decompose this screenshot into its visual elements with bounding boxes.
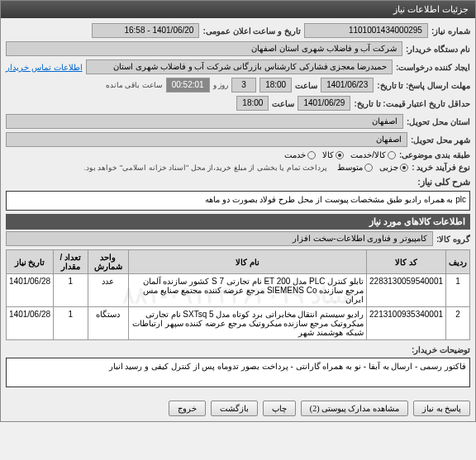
print-button[interactable]: چاپ <box>263 401 296 416</box>
category-label: طبقه بندی موضوعی: <box>399 150 470 159</box>
exit-button[interactable]: خروج <box>169 401 206 416</box>
days-and: روز و <box>213 81 229 89</box>
group-label: گروه کالا: <box>436 235 470 244</box>
time-label-1: ساعت <box>295 81 317 90</box>
titlebar: جزئیات اطلاعات نیاز <box>1 1 475 18</box>
items-section-header: اطلاعات کالاهای مورد نیاز <box>6 214 470 230</box>
need-number: 1101001434000295 <box>304 23 428 38</box>
buyer-notes-box: فاکتور رسمی - ارسال به آبفا - نو به همرا… <box>6 358 470 387</box>
col-unit: واحد شمارش <box>88 250 129 274</box>
radio-medium[interactable] <box>364 164 373 172</box>
need-number-label: شماره نیاز: <box>431 26 470 36</box>
table-row: 1 2283130059540001 تابلو کنترل PLC مدل E… <box>7 274 470 307</box>
respond-button[interactable]: پاسخ به نیاز <box>413 401 470 416</box>
need-details-window: جزئیات اطلاعات نیاز شماره نیاز: 11010014… <box>0 0 476 422</box>
buyer-org-label: نام دستگاه خریدار: <box>406 45 470 54</box>
deadline-time: 18:00 <box>259 78 292 92</box>
col-name: نام کالا <box>129 250 367 274</box>
payment-note: پرداخت تمام یا بخشی از مبلغ خرید،از محل … <box>83 164 327 172</box>
contact-link[interactable]: اطلاعات تماس خریدار <box>6 63 83 72</box>
remaining-label: ساعت باقی مانده <box>106 81 163 89</box>
radio-service[interactable] <box>307 151 316 159</box>
col-code: کد کالا <box>367 250 446 274</box>
table-wrapper: ردیف کد کالا نام کالا واحد شمارش تعداد /… <box>6 249 470 340</box>
announce-value: 1401/06/20 - 16:58 <box>92 23 199 38</box>
attachments-button[interactable]: مشاهده مدارک پیوستی (2) <box>301 401 408 416</box>
delivery-city: اصفهان <box>6 114 403 129</box>
radio-partial[interactable] <box>400 164 408 172</box>
radio-goods-service[interactable] <box>388 151 396 159</box>
days-left: 3 <box>231 78 256 92</box>
button-bar: پاسخ به نیاز مشاهده مدارک پیوستی (2) چاپ… <box>1 396 475 421</box>
radio-goods[interactable] <box>336 151 344 159</box>
time-label-2: ساعت <box>272 99 294 108</box>
col-qty: تعداد / مقدار <box>54 250 88 274</box>
col-row: ردیف <box>446 250 470 274</box>
requester-value: حمیدرضا معجزی فشارکی کارشناس بازرگانی شر… <box>86 59 393 74</box>
validity-time: 18:00 <box>236 96 269 111</box>
deadline-label: مهلت ارسال پاسخ: تا تاریخ: <box>377 81 470 90</box>
process-radios: جزیی متوسط <box>337 163 408 172</box>
delivery-town: اصفهان <box>6 132 407 147</box>
process-label: نوع فرآیند خرید : <box>412 163 470 172</box>
requester-label: ایجاد کننده درخواست: <box>396 63 470 72</box>
need-title-label: شرح کلی نیاز: <box>417 177 470 187</box>
buyer-notes-label: توضیحات خریدار: <box>412 345 470 354</box>
delivery-city-label: استان محل تحویل: <box>407 117 470 126</box>
validity-label: حداقل تاریخ اعتبار قیمت: تا تاریخ: <box>354 99 470 108</box>
content-area: شماره نیاز: 1101001434000295 تاریخ و ساع… <box>1 18 475 396</box>
validity-date: 1401/06/29 <box>298 96 350 111</box>
group-value: کامپیوتر و فناوری اطلاعات-سخت افزار <box>6 231 433 246</box>
need-title-box: plc به همراه رادیو طبق مشخصات پیوست از م… <box>6 191 470 211</box>
back-button[interactable]: بازگشت <box>211 401 258 416</box>
announce-label: تاریخ و ساعت اعلان عمومی: <box>202 26 300 36</box>
countdown: 00:52:01 <box>166 78 210 92</box>
window-title: جزئیات اطلاعات نیاز <box>393 4 469 14</box>
items-table: ردیف کد کالا نام کالا واحد شمارش تعداد /… <box>6 249 470 340</box>
category-radios: کالا/خدمت کالا خدمت <box>284 150 396 159</box>
col-date: تاریخ نیاز <box>7 250 54 274</box>
delivery-town-label: شهر محل تحویل: <box>411 135 470 145</box>
table-row: 2 2213100935340001 رادیو سیستم انتقال مخ… <box>7 307 470 340</box>
deadline-date: 1401/06/23 <box>321 78 374 92</box>
buyer-org: شرکت آب و فاضلاب شهری استان اصفهان <box>6 41 402 56</box>
